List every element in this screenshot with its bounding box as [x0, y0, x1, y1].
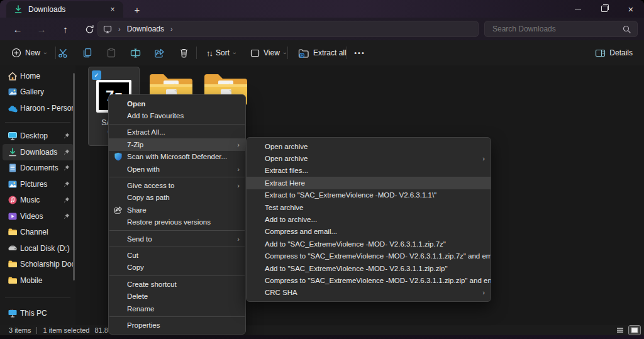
- selection-checkbox[interactable]: ✓: [92, 70, 101, 80]
- menu-item-cut[interactable]: Cut: [109, 249, 245, 261]
- music-icon: [8, 195, 18, 205]
- address-bar[interactable]: › Downloads ›: [97, 21, 479, 37]
- chevron-down-icon: ›: [42, 52, 48, 54]
- trash-icon: [179, 48, 189, 58]
- tab-close-icon[interactable]: ×: [107, 4, 118, 15]
- sidebar-item-label: Documents: [20, 164, 58, 172]
- search-box[interactable]: [484, 21, 638, 37]
- see-more-button[interactable]: •••: [350, 43, 370, 62]
- chevron-down-icon: ›: [231, 52, 237, 54]
- menu-item-extract-all[interactable]: Extract All...: [109, 126, 245, 138]
- submenu-item-add-to-archive[interactable]: Add to archive...: [247, 213, 491, 225]
- submenu-item-crc-sha[interactable]: CRC SHA ›: [247, 287, 491, 299]
- new-button-label: New: [25, 48, 40, 57]
- sidebar-item-mobile[interactable]: Mobile: [3, 272, 74, 289]
- menu-item-rename[interactable]: Rename: [109, 303, 245, 314]
- back-button[interactable]: ←: [9, 20, 26, 38]
- this-pc-monitor-icon: [8, 308, 18, 318]
- submenu-arrow-icon: ›: [237, 235, 240, 243]
- menu-item-restore-previous-versions[interactable]: Restore previous versions: [109, 216, 245, 228]
- menu-item-7zip[interactable]: 7-Zip ›: [109, 138, 245, 150]
- minimize-button[interactable]: [565, 0, 591, 18]
- menu-item-properties[interactable]: Properties: [109, 319, 245, 331]
- sidebar-item-videos[interactable]: Videos: [3, 208, 74, 225]
- sidebar-item-music[interactable]: Music: [3, 192, 74, 209]
- forward-button[interactable]: →: [33, 20, 50, 38]
- rename-button[interactable]: [125, 43, 145, 62]
- submenu-arrow-icon: ›: [237, 182, 240, 189]
- rename-icon: [130, 48, 141, 58]
- sidebar-item-label: Channel: [20, 228, 48, 236]
- pictures-icon: [8, 179, 18, 189]
- title-bar: Downloads × + ×: [0, 0, 644, 18]
- new-button[interactable]: New ›: [6, 43, 51, 62]
- menu-item-give-access-to[interactable]: Give access to ›: [109, 179, 245, 191]
- menu-separator: [109, 247, 245, 247]
- cut-button[interactable]: [53, 43, 73, 62]
- menu-item-copy-as-path[interactable]: Copy as path: [109, 192, 245, 204]
- refresh-button[interactable]: [80, 20, 98, 38]
- new-tab-button[interactable]: +: [131, 3, 143, 16]
- details-pane-icon: [595, 49, 606, 57]
- details-view-toggle[interactable]: [614, 326, 626, 335]
- sidebar-item-local-disk-d[interactable]: Local Disk (D:): [3, 240, 74, 257]
- up-button[interactable]: ↑: [57, 20, 74, 38]
- submenu-item-extract-files[interactable]: Extract files...: [247, 165, 491, 177]
- restore-button[interactable]: [591, 0, 618, 18]
- sort-button[interactable]: ↑↓ Sort ›: [201, 43, 240, 62]
- menu-item-copy[interactable]: Copy: [109, 262, 245, 274]
- submenu-item-compress-to-7z-email[interactable]: Compress to "SAC_ExtremeViolence -MOD- V…: [247, 250, 491, 262]
- submenu-item-open-archive[interactable]: Open archive: [247, 140, 491, 152]
- delete-button[interactable]: [174, 43, 194, 62]
- tab-downloads[interactable]: Downloads ×: [6, 1, 123, 18]
- menu-item-open[interactable]: Open: [109, 97, 245, 109]
- breadcrumb-item-downloads[interactable]: Downloads: [127, 25, 164, 33]
- sidebar-item-label: Mobile: [20, 276, 42, 285]
- sidebar-item-pictures[interactable]: Pictures: [3, 176, 74, 192]
- menu-item-open-with[interactable]: Open with ›: [109, 163, 245, 175]
- desktop-icon: [8, 131, 18, 141]
- close-button[interactable]: ×: [618, 0, 644, 18]
- submenu-item-extract-here[interactable]: Extract Here: [247, 177, 491, 189]
- view-button[interactable]: View ›: [245, 43, 291, 62]
- navigation-bar: ← → ↑ › Downloads ›: [0, 18, 644, 40]
- submenu-item-add-to-zip[interactable]: Add to "SAC_ExtremeViolence -MOD- V2.6.3…: [247, 262, 491, 274]
- menu-item-delete[interactable]: Delete: [109, 290, 245, 302]
- menu-item-add-to-favourites[interactable]: Add to Favourites: [109, 109, 245, 121]
- sidebar-item-downloads[interactable]: Downloads: [3, 144, 74, 160]
- submenu-item-compress-to-zip-email[interactable]: Compress to "SAC_ExtremeViolence -MOD- V…: [247, 274, 491, 286]
- refresh-icon: [85, 25, 94, 34]
- thumbnail-view-toggle[interactable]: [629, 326, 640, 335]
- extract-all-button[interactable]: Extract all: [293, 43, 352, 62]
- menu-item-create-shortcut[interactable]: Create shortcut: [109, 278, 245, 290]
- sidebar-item-label: Desktop: [20, 131, 48, 140]
- toolbar-divider: [347, 47, 347, 59]
- list-view-icon: [616, 327, 624, 333]
- submenu-item-add-to-7z[interactable]: Add to "SAC_ExtremeViolence -MOD- V2.6.3…: [247, 238, 491, 250]
- sidebar-item-documents[interactable]: Documents: [3, 160, 74, 177]
- menu-item-share[interactable]: Share: [109, 204, 245, 216]
- copy-button[interactable]: [77, 43, 97, 62]
- sidebar-item-desktop[interactable]: Desktop: [3, 128, 74, 145]
- sidebar-item-channel[interactable]: Channel: [3, 225, 74, 241]
- submenu-item-extract-to[interactable]: Extract to "SAC_ExtremeViolence -MOD- V2…: [247, 189, 491, 201]
- sidebar-scrollbar[interactable]: [73, 73, 75, 281]
- pin-icon: [63, 133, 70, 140]
- sidebar-item-scholarship-doc[interactable]: Scholarship Doc: [3, 257, 74, 273]
- share-button[interactable]: [149, 43, 169, 62]
- menu-item-scan-with-defender[interactable]: Scan with Microsoft Defender...: [109, 151, 245, 163]
- menu-separator: [109, 316, 245, 317]
- submenu-item-open-archive-with[interactable]: Open archive ›: [247, 152, 491, 164]
- submenu-item-compress-and-email[interactable]: Compress and email...: [247, 226, 491, 238]
- submenu-item-test-archive[interactable]: Test archive: [247, 201, 491, 213]
- details-button[interactable]: Details: [590, 43, 638, 62]
- sidebar-item-this-pc[interactable]: › This PC: [3, 306, 74, 322]
- sidebar-item-onedrive[interactable]: › Haroon - Person: [3, 100, 74, 116]
- sidebar-item-gallery[interactable]: Gallery: [3, 84, 74, 101]
- sidebar-item-home[interactable]: Home: [3, 68, 74, 84]
- view-icon: [250, 49, 260, 57]
- menu-item-send-to[interactable]: Send to ›: [109, 233, 245, 245]
- search-input[interactable]: [491, 24, 623, 34]
- paste-button[interactable]: [101, 43, 121, 62]
- downloads-icon: [8, 147, 18, 157]
